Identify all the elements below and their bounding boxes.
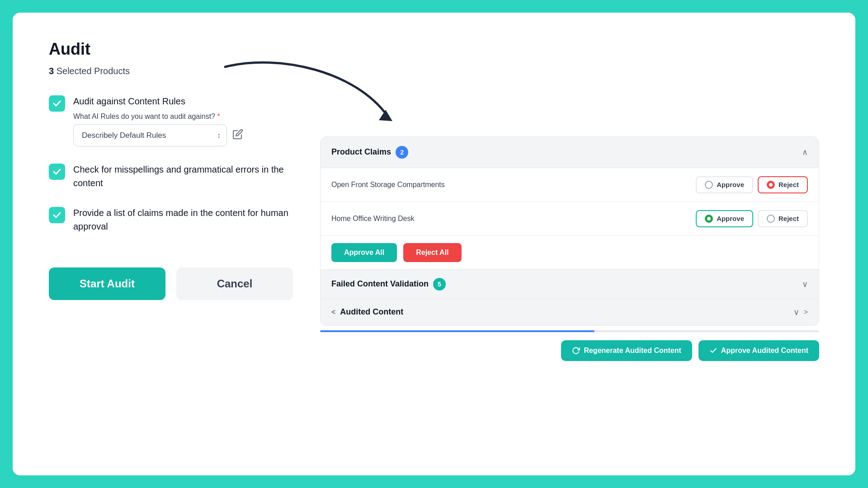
checkbox-claims[interactable] — [49, 207, 65, 223]
product-actions-desk: Approve Reject — [696, 210, 808, 227]
option-misspellings: Check for misspellings and grammatical e… — [49, 163, 293, 190]
audited-content-expand-icon[interactable]: ∨ — [793, 307, 799, 317]
product-name-desk: Home Office Writing Desk — [331, 215, 414, 223]
approve-button-storage[interactable]: Approve — [696, 176, 753, 193]
product-row-storage: Open Front Storage Compartments Approve … — [321, 168, 819, 202]
reject-all-button[interactable]: Reject All — [403, 243, 461, 262]
failed-validation-expand-icon[interactable]: ∨ — [802, 279, 808, 289]
checkbox-misspellings[interactable] — [49, 164, 65, 180]
approve-content-button[interactable]: Approve Audited Content — [698, 340, 819, 361]
audited-content-right: ∨ > — [793, 307, 808, 317]
approve-all-button[interactable]: Approve All — [331, 243, 397, 262]
failed-validation-section: Failed Content Validation 5 ∨ — [321, 270, 819, 299]
approve-button-desk[interactable]: Approve — [696, 210, 753, 227]
start-audit-button[interactable]: Start Audit — [49, 267, 165, 300]
option-claims: Provide a list of claims made in the con… — [49, 206, 293, 233]
approve-content-icon — [709, 347, 717, 355]
cancel-button[interactable]: Cancel — [176, 267, 293, 300]
dropdown-label: What AI Rules do you want to audit again… — [73, 113, 293, 121]
outer-frame: Audit 3 Selected Products Audit against … — [0, 0, 868, 488]
right-inner-card: Product Claims 2 ∧ Open Front Storage Co… — [320, 136, 819, 326]
audited-content-section: < Audited Content ∨ > — [321, 299, 819, 325]
reject-button-storage[interactable]: Reject — [758, 176, 808, 193]
approve-radio-desk — [705, 215, 713, 223]
product-name-storage: Open Front Storage Compartments — [331, 181, 445, 189]
page-title: Audit — [49, 40, 293, 59]
main-card: Audit 3 Selected Products Audit against … — [13, 13, 855, 475]
required-asterisk: * — [217, 113, 220, 120]
product-row-desk: Home Office Writing Desk Approve Reject — [321, 202, 819, 236]
product-claims-header: Product Claims 2 ∧ — [321, 137, 819, 168]
option-label-misspellings: Check for misspellings and grammatical e… — [73, 163, 293, 190]
audited-content-right-arrow[interactable]: > — [804, 308, 808, 316]
checkbox-content-rules[interactable] — [49, 95, 65, 112]
audited-content-title: < Audited Content — [331, 307, 403, 317]
product-actions-storage: Approve Reject — [696, 176, 808, 193]
regenerate-icon — [572, 347, 580, 355]
failed-validation-title: Failed Content Validation 5 — [331, 278, 446, 291]
progress-area — [320, 326, 819, 332]
audited-content-left-arrow[interactable]: < — [331, 308, 335, 316]
action-buttons-row: Start Audit Cancel — [49, 267, 293, 300]
product-claims-collapse-icon[interactable]: ∧ — [802, 147, 808, 157]
option-content-rules: Audit against Content Rules What AI Rule… — [49, 94, 293, 146]
rules-dropdown-wrapper[interactable]: Describely Default Rules ↕ — [73, 124, 227, 146]
bottom-action-buttons: Regenerate Audited Content Approve Audit… — [320, 332, 819, 361]
right-panel: Product Claims 2 ∧ Open Front Storage Co… — [320, 40, 819, 448]
reject-radio-desk — [767, 215, 775, 223]
dropdown-row: Describely Default Rules ↕ — [73, 124, 293, 146]
regenerate-button[interactable]: Regenerate Audited Content — [561, 340, 692, 361]
reject-button-desk[interactable]: Reject — [758, 210, 808, 227]
edit-icon[interactable] — [232, 129, 243, 142]
bulk-actions: Approve All Reject All — [321, 236, 819, 270]
reject-radio-storage — [767, 181, 775, 189]
option-label-claims: Provide a list of claims made in the con… — [73, 206, 293, 233]
selected-products-count: 3 Selected Products — [49, 66, 293, 76]
product-claims-badge: 2 — [396, 146, 408, 159]
option-label-content-rules: Audit against Content Rules — [73, 94, 293, 108]
failed-validation-badge: 5 — [433, 278, 446, 291]
product-claims-title: Product Claims 2 — [331, 146, 408, 159]
approve-radio-storage — [705, 181, 713, 189]
rules-dropdown[interactable]: Describely Default Rules — [73, 124, 227, 146]
left-panel: Audit 3 Selected Products Audit against … — [49, 40, 320, 448]
